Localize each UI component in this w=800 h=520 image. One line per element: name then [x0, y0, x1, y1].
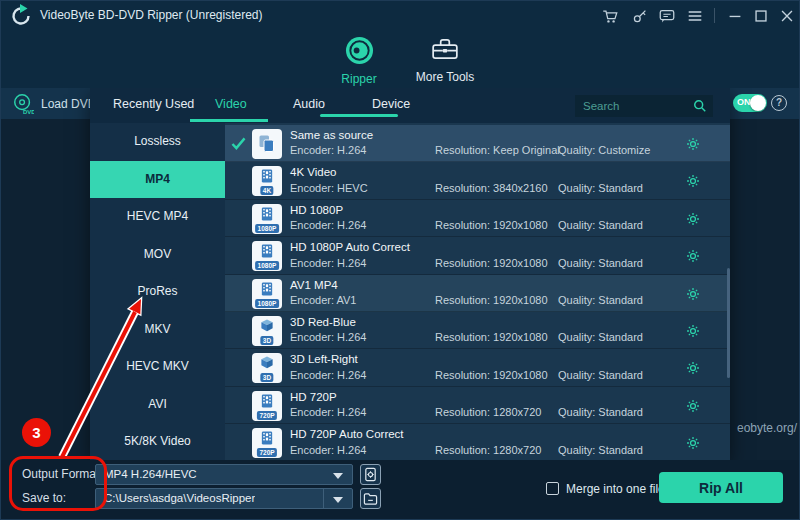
resolution-badge: 720P [257, 448, 277, 457]
profile-settings-button[interactable] [360, 464, 381, 485]
save-to-value: C:\Users\asdga\VideosRipper [104, 492, 255, 504]
resolution-badge: 3D [260, 336, 273, 345]
on-toggle[interactable]: ON [733, 94, 767, 112]
cube-3d-icon [260, 318, 275, 334]
help-icon[interactable]: ? [771, 95, 787, 111]
sidebar-format-item[interactable]: HEVC MKV [90, 348, 225, 386]
browse-folder-button[interactable] [360, 488, 381, 509]
sidebar-format-item[interactable]: MKV [90, 311, 225, 349]
tab-device[interactable]: Device [372, 97, 410, 111]
merge-checkbox[interactable] [546, 482, 559, 495]
output-format-dropdown[interactable]: MP4 H.264/HEVC [95, 464, 353, 485]
save-to-dropdown[interactable]: C:\Users\asdga\VideosRipper [95, 488, 353, 509]
format-encoder: Encoder: H.264 [290, 406, 366, 418]
gear-icon[interactable] [685, 323, 701, 339]
active-tab-underline [320, 114, 398, 117]
titlebar-separator [714, 8, 715, 23]
tab-more-tools[interactable]: More Tools [400, 36, 490, 84]
format-row[interactable]: 1080P HD 1080P Auto Correct Encoder: H.2… [225, 237, 730, 274]
key-icon[interactable] [631, 7, 649, 25]
resolution-badge: 720P [257, 411, 277, 420]
resolution-badge: 4K [260, 186, 273, 195]
sidebar-format-item[interactable]: ProRes [90, 273, 225, 311]
format-title: 4K Video [290, 166, 336, 178]
format-encoder: Encoder: H.264 [290, 144, 366, 156]
format-quality: Quality: Customize [558, 144, 650, 156]
titlebar: VideoByte BD-DVD Ripper (Unregistered) [0, 0, 800, 30]
dropdown-caret-icon [333, 497, 343, 503]
format-quality: Quality: Standard [558, 406, 643, 418]
format-row[interactable]: 1080P HD 1080P Encoder: H.264 Resolution… [225, 200, 730, 237]
resolution-badge: 3D [260, 373, 273, 382]
feedback-icon[interactable] [658, 7, 676, 25]
tab-audio[interactable]: Audio [293, 97, 325, 111]
format-icon: 720P [252, 391, 282, 421]
dropdown-divider [323, 489, 324, 508]
sidebar-format-item[interactable]: HEVC MP4 [90, 198, 225, 236]
footer-bar: Output Format: MP4 H.264/HEVC Save to: C… [0, 460, 800, 520]
search-input[interactable] [583, 95, 688, 117]
sidebar-format-item[interactable]: 5K/8K Video [90, 423, 225, 460]
cart-icon[interactable] [601, 7, 619, 25]
document-gear-icon [363, 467, 378, 482]
list-scrollbar[interactable] [727, 268, 730, 378]
gear-icon[interactable] [685, 211, 701, 227]
format-row[interactable]: Same as source Encoder: H.264 Resolution… [225, 125, 730, 162]
format-resolution: Resolution: 1920x1080 [435, 219, 548, 231]
watermark-text: eobyte.org/ [737, 421, 797, 435]
tab-ripper-label: Ripper [320, 72, 398, 86]
format-row[interactable]: 4K 4K Video Encoder: HEVC Resolution: 38… [225, 162, 730, 199]
format-resolution: Resolution: 1920x1080 [435, 331, 548, 343]
close-icon[interactable] [778, 7, 796, 25]
resolution-badge: 1080P [255, 299, 279, 308]
format-encoder: Encoder: AV1 [290, 294, 356, 306]
format-encoder: Encoder: H.264 [290, 331, 366, 343]
save-to-label: Save to: [22, 491, 66, 505]
gear-icon[interactable] [685, 248, 701, 264]
format-title: Same as source [290, 129, 373, 141]
format-encoder: Encoder: H.264 [290, 219, 366, 231]
film-icon [260, 430, 275, 446]
gear-icon[interactable] [685, 173, 701, 189]
minimize-icon[interactable] [726, 7, 744, 25]
format-title: HD 1080P Auto Correct [290, 241, 410, 253]
format-row[interactable]: 720P HD 720P Auto Correct Encoder: H.264… [225, 424, 730, 460]
gear-icon[interactable] [685, 435, 701, 451]
ripper-icon [345, 36, 374, 65]
format-row[interactable]: 3D 3D Red-Blue Encoder: H.264 Resolution… [225, 312, 730, 349]
format-icon: 1080P [252, 241, 282, 271]
search-icon[interactable] [693, 99, 707, 113]
sidebar-format-item[interactable]: Lossless [90, 123, 225, 161]
format-row[interactable]: 3D 3D Left-Right Encoder: H.264 Resoluti… [225, 349, 730, 386]
format-quality: Quality: Standard [558, 369, 643, 381]
format-row[interactable]: 720P HD 720P Encoder: H.264 Resolution: … [225, 387, 730, 424]
sidebar-format-item[interactable]: MOV [90, 236, 225, 274]
app-logo-icon [9, 3, 33, 27]
gear-icon[interactable] [685, 398, 701, 414]
menu-icon[interactable] [686, 7, 704, 25]
format-encoder: Encoder: H.264 [290, 369, 366, 381]
tab-video[interactable]: Video [215, 97, 247, 111]
gear-icon[interactable] [685, 136, 701, 152]
format-list: Same as source Encoder: H.264 Resolution… [225, 123, 730, 460]
sidebar-format-item[interactable]: AVI [90, 386, 225, 424]
sidebar-format-item[interactable]: MP4 [90, 161, 225, 199]
format-row[interactable]: 1080P AV1 MP4 Encoder: AV1 Resolution: 1… [225, 275, 730, 312]
cube-3d-icon [260, 355, 275, 371]
format-sidebar: LosslessMP4HEVC MP4MOVProResMKVHEVC MKVA… [90, 123, 225, 460]
dvd-disc-icon: DVD [12, 93, 34, 115]
format-icon: 3D [252, 316, 282, 346]
dropdown-caret-icon [333, 473, 343, 479]
output-format-label: Output Format: [22, 467, 103, 481]
gear-icon[interactable] [685, 286, 701, 302]
rip-all-button[interactable]: Rip All [659, 472, 783, 503]
format-title: 3D Left-Right [290, 353, 358, 365]
gear-icon[interactable] [685, 360, 701, 376]
format-quality: Quality: Standard [558, 219, 643, 231]
load-dvd-button[interactable]: DVD Load DVD [12, 92, 96, 116]
copy-icon [256, 133, 278, 155]
tab-recently-used[interactable]: Recently Used [113, 97, 194, 111]
window-title: VideoByte BD-DVD Ripper (Unregistered) [40, 8, 263, 22]
maximize-icon[interactable] [752, 7, 770, 25]
tab-ripper[interactable]: Ripper [320, 36, 398, 86]
